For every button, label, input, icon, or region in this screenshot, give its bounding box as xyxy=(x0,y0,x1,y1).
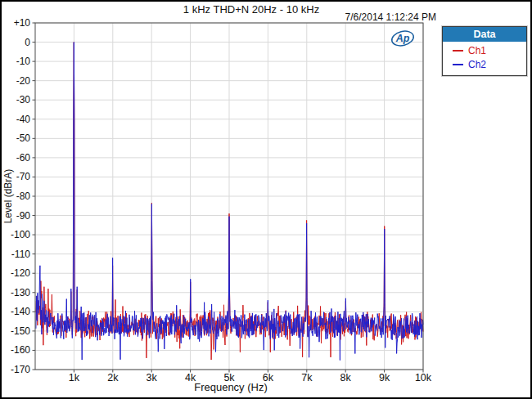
legend-line-swatch xyxy=(453,50,463,52)
legend-item-label: Ch2 xyxy=(468,59,486,70)
y-tick-label: -90 xyxy=(16,210,31,222)
y-tick-label: 0 xyxy=(25,37,30,48)
x-tick-label: 9k xyxy=(379,372,390,383)
y-tick-label: -20 xyxy=(16,75,31,87)
y-tick-label: -110 xyxy=(11,249,30,260)
logo-text: Ap xyxy=(395,33,410,44)
y-tick-label: -70 xyxy=(16,171,31,182)
x-tick-label: 1k xyxy=(69,372,80,383)
legend-item-ch2[interactable]: Ch2 xyxy=(453,58,523,72)
y-tick-label: -40 xyxy=(16,114,31,125)
y-tick-label: -130 xyxy=(11,287,30,298)
x-tick-label: 6k xyxy=(263,372,274,383)
y-tick-label: -50 xyxy=(16,132,31,144)
y-tick-label: +10 xyxy=(14,17,31,29)
y-tick-label: -120 xyxy=(11,267,30,279)
x-tick-label: 10k xyxy=(415,372,432,383)
audio-precision-logo-icon: Ap xyxy=(388,29,419,48)
legend-line-swatch xyxy=(453,64,463,65)
legend-header[interactable]: Data xyxy=(443,27,526,42)
legend-item-label: Ch1 xyxy=(468,45,486,56)
x-tick-label: 5k xyxy=(223,372,235,383)
y-tick-label: -30 xyxy=(16,94,31,105)
x-tick-label: 3k xyxy=(147,372,158,383)
legend-panel: Data Ch1Ch2 xyxy=(442,26,527,76)
legend-item-ch1[interactable]: Ch1 xyxy=(453,44,523,58)
legend-items: Ch1Ch2 xyxy=(443,42,526,75)
y-tick-label: -80 xyxy=(16,191,31,202)
y-tick-label: -150 xyxy=(11,325,30,337)
y-tick-label: -160 xyxy=(11,344,30,356)
x-tick-label: 2k xyxy=(107,372,119,383)
y-tick-label: -140 xyxy=(11,306,30,317)
x-tick-label: 7k xyxy=(301,372,313,383)
y-tick-label: -170 xyxy=(11,364,30,375)
x-tick-label: 8k xyxy=(340,372,352,383)
y-tick-label: -100 xyxy=(11,229,30,240)
app-window: 1 kHz THD+N 20Hz - 10 kHz 7/6/2014 1:12:… xyxy=(0,0,532,399)
x-tick-label: 4k xyxy=(185,372,196,383)
y-tick-label: -10 xyxy=(16,56,31,67)
y-tick-label: -60 xyxy=(16,152,31,164)
